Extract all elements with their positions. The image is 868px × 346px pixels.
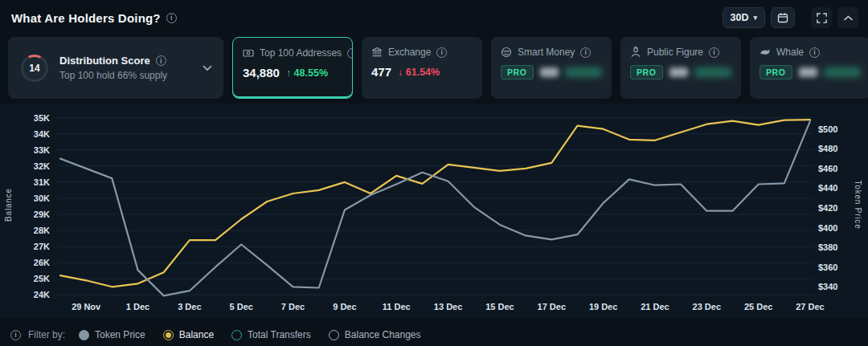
balance-line (60, 120, 810, 287)
x-axis-tick: 5 Dec (230, 302, 253, 311)
page-title: What Are Holders Doing? (11, 11, 161, 25)
card-whale[interactable]: Whale i PRO (750, 37, 868, 99)
pro-badge[interactable]: PRO (760, 65, 792, 79)
smart-money-icon (501, 47, 512, 58)
radio-total-transfers[interactable] (231, 330, 242, 340)
y-axis-tick-right: $380 (818, 242, 837, 252)
x-axis-tick: 23 Dec (693, 302, 721, 311)
chart-filter-bar: i Filter by: Token Price Balance Total T… (0, 324, 868, 346)
y-axis-tick-left: 31K (34, 177, 50, 187)
y-axis-tick-right: $500 (818, 124, 837, 134)
y-axis-tick-left: 34K (34, 129, 50, 139)
y-axis-tick-left: 27K (34, 242, 50, 251)
y-axis-tick-left: 28K (34, 226, 50, 235)
x-axis-tick: 1 Dec (126, 302, 149, 311)
blurred-value (540, 67, 559, 77)
metric-cards-row: 14 Distribution Score i Top 100 hold 66%… (8, 37, 868, 99)
info-icon[interactable]: i (709, 47, 719, 58)
y-axis-tick-left: 33K (34, 145, 50, 155)
y-axis-tick-left: 29K (34, 210, 50, 219)
y-axis-tick-right: $480 (818, 144, 837, 153)
radio-balance[interactable] (163, 330, 174, 340)
collapse-button[interactable] (837, 7, 858, 28)
date-range-dropdown[interactable]: 30D ▾ (723, 7, 765, 28)
filter-option-balance-changes[interactable]: Balance Changes (329, 329, 421, 340)
card-smart-money[interactable]: Smart Money i PRO (491, 37, 612, 99)
y-axis-tick-left: 32K (34, 161, 50, 171)
chevron-up-icon (844, 15, 853, 21)
metric-label: Exchange (388, 47, 431, 58)
x-axis-tick: 27 Dec (796, 302, 824, 311)
whale-icon (760, 47, 771, 58)
chevron-down-icon[interactable] (203, 65, 212, 71)
card-top-100-addresses[interactable]: Top 100 Addresses i 34,880 ↑ 48.55% (232, 37, 353, 99)
card-public-figure[interactable]: Public Figure i PRO (620, 37, 741, 99)
radio-token-price[interactable] (79, 330, 89, 340)
cash-icon (243, 47, 254, 59)
chevron-down-icon: ▾ (753, 14, 757, 22)
calendar-button[interactable] (771, 7, 795, 28)
filter-option-token-price[interactable]: Token Price (79, 329, 145, 340)
calendar-icon (777, 12, 788, 23)
y-axis-tick-left: 24K (34, 290, 50, 299)
y-axis-tick-right: $340 (818, 282, 837, 291)
pro-badge[interactable]: PRO (630, 65, 663, 79)
dual-axis-line-chart: 35K34K33K32K31K30K29K28K27K26K25K24K$500… (0, 104, 868, 317)
info-icon[interactable]: i (809, 47, 820, 58)
info-icon[interactable]: i (347, 48, 353, 59)
blurred-change (565, 67, 602, 77)
metric-value: 477 (371, 65, 391, 79)
info-icon[interactable]: i (10, 330, 21, 340)
public-figure-icon (630, 47, 641, 58)
distribution-score-title: Distribution Score (59, 55, 150, 67)
x-axis-tick: 15 Dec (485, 302, 514, 311)
y-axis-tick-left: 26K (34, 258, 50, 267)
metric-change: ↑ 48.55% (286, 67, 328, 79)
info-icon[interactable]: i (166, 13, 177, 23)
fullscreen-icon (817, 13, 827, 23)
token-price-line (60, 121, 810, 296)
pro-badge[interactable]: PRO (501, 65, 534, 79)
metric-label: Top 100 Addresses (260, 47, 342, 59)
x-axis-tick: 7 Dec (281, 302, 305, 311)
x-axis-tick: 25 Dec (744, 302, 772, 311)
bank-icon (371, 47, 383, 58)
info-icon[interactable]: i (436, 47, 447, 58)
blurred-change (694, 67, 731, 77)
distribution-score-subtitle: Top 100 hold 66% supply (59, 70, 193, 81)
x-axis-tick: 13 Dec (434, 302, 462, 311)
metric-label: Public Figure (647, 47, 703, 58)
widget-header: What Are Holders Doing? i 30D ▾ (0, 0, 868, 35)
radio-balance-changes[interactable] (329, 330, 339, 340)
x-axis-tick: 29 Nov (72, 302, 101, 311)
y-axis-tick-right: $460 (818, 164, 837, 173)
filter-option-balance[interactable]: Balance (163, 329, 214, 340)
metric-change: ↓ 61.54% (398, 67, 440, 78)
y-axis-tick-right: $360 (818, 263, 837, 272)
info-icon[interactable]: i (156, 55, 166, 66)
x-axis-tick: 17 Dec (538, 302, 566, 311)
metric-value: 34,880 (243, 66, 280, 79)
filter-by-label: Filter by: (28, 329, 65, 340)
x-axis-tick: 21 Dec (641, 302, 669, 311)
blurred-value (799, 67, 818, 77)
distribution-score-gauge: 14 (19, 53, 50, 83)
holders-chart[interactable]: 35K34K33K32K31K30K29K28K27K26K25K24K$500… (0, 104, 868, 317)
distribution-score-value: 14 (29, 63, 40, 74)
y-axis-tick-left: 25K (34, 274, 50, 283)
y-axis-tick-right: $400 (818, 223, 837, 233)
blurred-change (824, 67, 861, 77)
y-axis-tick-right: $440 (818, 183, 837, 193)
fullscreen-button[interactable] (811, 7, 832, 28)
metric-label: Smart Money (518, 47, 575, 58)
x-axis-tick: 11 Dec (383, 302, 411, 311)
y-axis-tick-left: 35K (34, 113, 50, 123)
y-axis-tick-left: 30K (34, 193, 50, 203)
blurred-value (669, 67, 689, 77)
info-icon[interactable]: i (580, 47, 591, 58)
card-exchange[interactable]: Exchange i 477 ↓ 61.54% (362, 37, 482, 99)
filter-option-total-transfers[interactable]: Total Transfers (231, 329, 311, 340)
x-axis-tick: 19 Dec (589, 302, 617, 311)
card-distribution-score[interactable]: 14 Distribution Score i Top 100 hold 66%… (8, 37, 223, 99)
date-range-value: 30D (731, 12, 749, 23)
